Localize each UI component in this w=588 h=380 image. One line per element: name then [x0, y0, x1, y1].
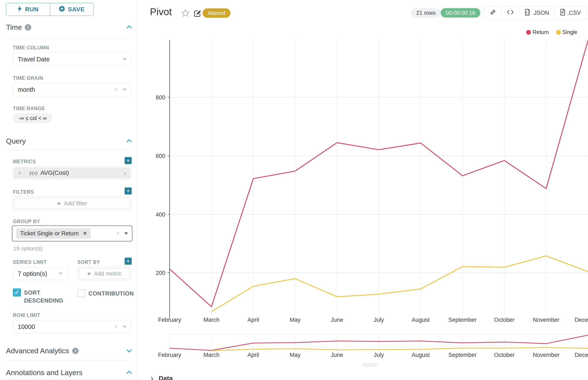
main-chart[interactable]: 200400600800FebruaryFebruaryMarchMarchAp…	[150, 26, 588, 360]
row-count-badge: 21 rows	[411, 8, 441, 18]
clear-icon[interactable]: ×	[115, 86, 118, 93]
save-button-label: SAVE	[68, 6, 84, 13]
export-csv-button[interactable]: .CSV	[554, 7, 586, 19]
time-grain-value: month	[18, 86, 35, 93]
sort-descending-checkbox[interactable]: ✓	[13, 288, 21, 297]
minimap-x-tick-label: April	[247, 352, 259, 358]
remove-metric-icon[interactable]: ×	[14, 170, 25, 176]
file-json-icon	[524, 9, 530, 17]
export-toolbar: .JSON .CSV	[484, 6, 588, 19]
minimap-x-tick-label: December	[575, 352, 588, 358]
filters-dropzone[interactable]: + Add filter	[13, 196, 131, 210]
minimap-x-tick-label: May	[290, 352, 301, 358]
minimap-x-tick-label: September	[448, 352, 477, 358]
export-json-label: .JSON	[532, 10, 549, 16]
save-button[interactable]: SAVE	[50, 3, 94, 16]
y-tick-label: 800	[156, 94, 165, 101]
short-link-button[interactable]	[485, 7, 501, 19]
section-divider	[6, 360, 131, 361]
row-limit-select[interactable]: 10000 ×	[13, 320, 131, 333]
filters-label: FILTERS	[13, 189, 34, 195]
options-hint: 19 option(s)	[13, 245, 43, 252]
metrics-label: METRICS	[13, 159, 36, 165]
embed-code-button[interactable]	[501, 7, 519, 19]
file-csv-icon	[560, 9, 566, 17]
group-by-select[interactable]: Ticket Single or Return ✕ ×	[12, 226, 132, 241]
export-csv-label: .CSV	[568, 10, 581, 16]
minimap-x-tick-label: July	[374, 352, 384, 358]
metric-value: AVG(Cost)	[41, 170, 69, 176]
sort-descending-label: SORT DESCENDING	[24, 289, 65, 305]
info-icon: i	[25, 24, 31, 31]
section-divider	[6, 150, 131, 150]
minimap-x-tick-label: October	[494, 352, 515, 358]
x-tick-label: August	[412, 317, 430, 323]
time-range-pill[interactable]: -∞ ≤ col < ∞	[13, 113, 52, 123]
chevron-right-icon: ›	[151, 373, 153, 380]
add-metric-button[interactable]: +	[125, 157, 132, 164]
add-filter-button[interactable]: +	[125, 188, 132, 194]
query-section-title: Query	[6, 137, 26, 145]
plus-icon: +	[57, 200, 61, 207]
data-panel-header[interactable]: › Data	[151, 374, 173, 380]
query-timer-badge: 00:00:00.16	[441, 8, 480, 18]
series-limit-value: 7 option(s)	[18, 270, 47, 277]
sort-by-dropzone[interactable]: + Add metric	[77, 266, 131, 281]
clear-icon[interactable]: ×	[115, 323, 118, 330]
section-divider	[6, 38, 131, 38]
group-by-tag[interactable]: Ticket Single or Return ✕	[16, 228, 91, 239]
run-save-button-group: RUN SAVE	[6, 3, 94, 16]
plus-icon: +	[87, 270, 91, 277]
chevron-up-icon[interactable]	[126, 369, 132, 376]
contribution-checkbox[interactable]	[77, 289, 85, 297]
x-tick-label: May	[290, 317, 301, 323]
altered-badge[interactable]: Altered	[203, 8, 230, 18]
remove-tag-icon[interactable]: ✕	[83, 231, 87, 236]
minimap-x-tick-label: March	[203, 352, 220, 358]
run-button-label: RUN	[25, 6, 39, 13]
time-column-value: Travel Date	[18, 56, 50, 63]
add-sort-metric-button[interactable]: +	[125, 258, 132, 265]
run-button[interactable]: RUN	[6, 3, 50, 16]
metric-item[interactable]: × ƒ(x) AVG(Cost) ›	[13, 166, 131, 180]
time-column-select[interactable]: Travel Date	[13, 53, 131, 66]
series-line-single[interactable]	[211, 256, 588, 312]
clear-icon[interactable]: ×	[116, 230, 120, 237]
panel-resize-handle[interactable]	[362, 364, 377, 368]
code-icon	[507, 9, 514, 17]
contribution-label: CONTRIBUTION	[88, 290, 134, 298]
time-column-label: TIME COLUMN	[13, 45, 49, 51]
chart-menu-button[interactable]	[586, 7, 588, 19]
edit-properties-icon[interactable]	[193, 9, 202, 19]
x-tick-label: December	[575, 317, 588, 323]
y-tick-label: 400	[156, 211, 165, 218]
favorite-star-icon[interactable]	[181, 9, 190, 19]
series-limit-label: SERIES LIMIT	[13, 259, 47, 265]
control-panel: RUN SAVE Time i TIME COLUMN Travel Date …	[0, 0, 137, 380]
y-tick-label: 200	[156, 270, 165, 276]
export-json-button[interactable]: .JSON	[519, 7, 554, 19]
x-tick-label: June	[331, 317, 343, 323]
series-limit-select[interactable]: 7 option(s)	[13, 267, 67, 280]
time-grain-select[interactable]: month ×	[13, 83, 131, 96]
x-tick-label: September	[448, 317, 477, 323]
row-limit-value: 10000	[18, 323, 35, 330]
chevron-up-icon[interactable]	[126, 138, 132, 144]
chevron-down-icon	[59, 273, 62, 275]
time-range-label: TIME RANGE	[13, 106, 45, 112]
x-tick-label: March	[203, 317, 220, 323]
y-tick-label: 600	[156, 153, 165, 159]
sort-by-label: SORT BY	[77, 259, 100, 265]
plus-circle-icon	[59, 6, 65, 13]
chevron-down-icon	[123, 58, 126, 60]
chevron-down-icon[interactable]	[126, 347, 132, 354]
info-icon: i	[72, 348, 79, 354]
minimap-x-tick-label: August	[412, 352, 430, 358]
time-section-title: Time i	[6, 23, 31, 31]
bolt-icon	[17, 6, 22, 14]
chevron-up-icon[interactable]	[126, 24, 132, 30]
chevron-down-icon	[124, 232, 128, 235]
minimap-line-single[interactable]	[211, 347, 588, 351]
expand-metric-icon[interactable]: ›	[119, 169, 130, 177]
chart-title: Pivot	[150, 6, 172, 18]
